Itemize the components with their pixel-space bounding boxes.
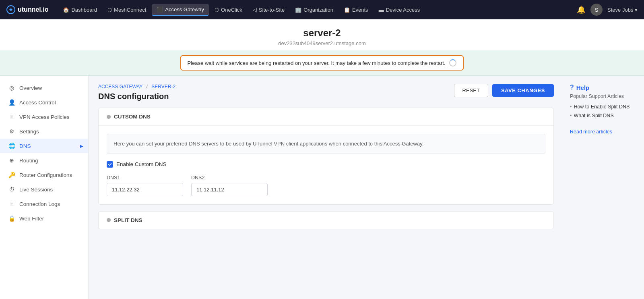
- vpn-policies-icon: ≡: [8, 114, 15, 120]
- restart-notice-box: Please wait while services are being res…: [180, 55, 464, 71]
- custom-dns-info: Here you can set your preferred DNS serv…: [107, 134, 545, 154]
- meshconnect-icon: ⬡: [107, 7, 112, 13]
- custom-dns-card: CUTSOM DNS Here you can set your preferr…: [98, 108, 554, 205]
- nav-access-gateway[interactable]: ⬛ Access Gateway: [152, 4, 209, 16]
- split-dns-dot-icon: [107, 218, 111, 222]
- content-area: ACCESS GATEWAY / SERVER-2 DNS configurat…: [89, 76, 564, 299]
- split-dns-title: SPLIT DNS: [114, 217, 142, 223]
- reset-button[interactable]: RESET: [454, 84, 488, 97]
- app-logo[interactable]: utunnel.io: [6, 5, 48, 14]
- read-more-link[interactable]: Read more articles: [570, 129, 612, 135]
- enable-custom-dns-row: Enable Custom DNS: [107, 161, 545, 168]
- access-control-icon: 👤: [8, 99, 15, 106]
- web-filter-icon: 🔒: [8, 215, 15, 222]
- access-gateway-icon: ⬛: [157, 6, 163, 12]
- breadcrumb-parent[interactable]: ACCESS GATEWAY: [98, 84, 142, 89]
- dns-fields: DNS1 DNS2: [107, 175, 545, 196]
- events-icon: 📋: [344, 7, 350, 13]
- routing-icon: ⊕: [8, 157, 15, 164]
- server-name: server-2: [0, 27, 644, 39]
- user-menu[interactable]: Steve Jobs ▾: [607, 7, 638, 13]
- dns1-label: DNS1: [107, 175, 183, 181]
- sidebar-item-connection-logs[interactable]: ≡ Connection Logs: [0, 197, 88, 211]
- sidebar-item-live-sessions[interactable]: ⏱ Live Sessions: [0, 182, 88, 197]
- save-changes-button[interactable]: SAVE CHANGES: [492, 84, 554, 97]
- page-header-left: ACCESS GATEWAY / SERVER-2 DNS configurat…: [98, 84, 175, 101]
- restart-message: Please wait while services are being res…: [188, 60, 446, 66]
- server-header: server-2 dev232sub4049server2.utnstage.c…: [0, 19, 644, 50]
- nav-meshconnect[interactable]: ⬡ MeshConnect: [103, 4, 151, 15]
- nav-right: 🔔 S Steve Jobs ▾: [577, 4, 638, 16]
- help-article-2: What is Split DNS: [570, 113, 638, 118]
- sidebar-item-access-control[interactable]: 👤 Access Control: [0, 95, 88, 110]
- notification-bell-icon[interactable]: 🔔: [577, 5, 586, 14]
- dns2-label: DNS2: [191, 175, 268, 181]
- help-articles-list: How to Enable Split DNS What is Split DN…: [570, 104, 638, 118]
- site-to-site-icon: ◁: [253, 7, 257, 13]
- page-header: ACCESS GATEWAY / SERVER-2 DNS configurat…: [98, 84, 554, 101]
- top-navigation: utunnel.io 🏠 Dashboard ⬡ MeshConnect ⬛ A…: [0, 0, 644, 19]
- section-dot-icon: [107, 115, 111, 119]
- breadcrumb-separator: /: [147, 84, 148, 89]
- sidebar-item-dns[interactable]: 🌐 DNS: [0, 139, 88, 153]
- sidebar: ◎ Overview 👤 Access Control ≡ VPN Access…: [0, 76, 89, 299]
- nav-links: 🏠 Dashboard ⬡ MeshConnect ⬛ Access Gatew…: [58, 4, 577, 16]
- nav-dashboard[interactable]: 🏠 Dashboard: [58, 4, 102, 15]
- dns-icon: 🌐: [8, 143, 15, 149]
- sidebar-item-settings[interactable]: ⚙ Settings: [0, 124, 88, 139]
- restart-banner: Please wait while services are being res…: [0, 50, 644, 76]
- help-title: ? Help: [570, 84, 638, 91]
- split-dns-card: SPLIT DNS: [98, 211, 554, 229]
- dns1-group: DNS1: [107, 175, 183, 196]
- breadcrumb: ACCESS GATEWAY / SERVER-2: [98, 84, 175, 89]
- custom-dns-title: CUTSOM DNS: [114, 114, 151, 120]
- help-article-1: How to Enable Split DNS: [570, 104, 638, 110]
- nav-oneclick[interactable]: ⬡ OneClick: [210, 4, 247, 15]
- server-domain: dev232sub4049server2.utnstage.com: [0, 40, 644, 46]
- live-sessions-icon: ⏱: [8, 186, 15, 193]
- help-icon: ?: [570, 84, 574, 91]
- dns1-input[interactable]: [107, 183, 183, 196]
- sidebar-item-routing[interactable]: ⊕ Routing: [0, 153, 88, 168]
- avatar[interactable]: S: [590, 4, 603, 16]
- breadcrumb-current: SERVER-2: [151, 84, 175, 89]
- split-dns-header: SPLIT DNS: [99, 212, 553, 229]
- oneclick-icon: ⬡: [215, 7, 219, 13]
- loading-spinner: [449, 59, 456, 66]
- help-subtitle: Popular Support Articles: [570, 93, 638, 99]
- dns2-group: DNS2: [191, 175, 268, 196]
- sidebar-item-router-configurations[interactable]: 🔑 Router Configurations: [0, 168, 88, 182]
- settings-icon: ⚙: [8, 128, 15, 135]
- enable-custom-dns-label: Enable Custom DNS: [116, 161, 167, 167]
- nav-site-to-site[interactable]: ◁ Site-to-Site: [248, 4, 289, 15]
- custom-dns-body: Here you can set your preferred DNS serv…: [99, 126, 553, 204]
- main-layout: ◎ Overview 👤 Access Control ≡ VPN Access…: [0, 76, 644, 299]
- enable-custom-dns-checkbox[interactable]: [107, 161, 113, 168]
- sidebar-item-overview[interactable]: ◎ Overview: [0, 81, 88, 95]
- dns2-input[interactable]: [191, 183, 268, 196]
- custom-dns-header: CUTSOM DNS: [99, 108, 553, 126]
- organization-icon: 🏢: [295, 7, 301, 13]
- page-actions: RESET SAVE CHANGES: [454, 84, 554, 97]
- help-panel: ? Help Popular Support Articles How to E…: [564, 76, 644, 299]
- overview-icon: ◎: [8, 85, 15, 91]
- device-access-icon: ▬: [379, 7, 384, 13]
- router-config-icon: 🔑: [8, 172, 15, 178]
- nav-device-access[interactable]: ▬ Device Access: [374, 4, 425, 15]
- nav-organization[interactable]: 🏢 Organization: [290, 4, 338, 15]
- nav-events[interactable]: 📋 Events: [339, 4, 373, 15]
- page-title: DNS configuration: [98, 92, 175, 101]
- sidebar-item-vpn-access-policies[interactable]: ≡ VPN Access Policies: [0, 110, 88, 124]
- sidebar-item-web-filter[interactable]: 🔒 Web Filter: [0, 211, 88, 226]
- dashboard-icon: 🏠: [63, 7, 69, 13]
- connection-logs-icon: ≡: [8, 201, 15, 207]
